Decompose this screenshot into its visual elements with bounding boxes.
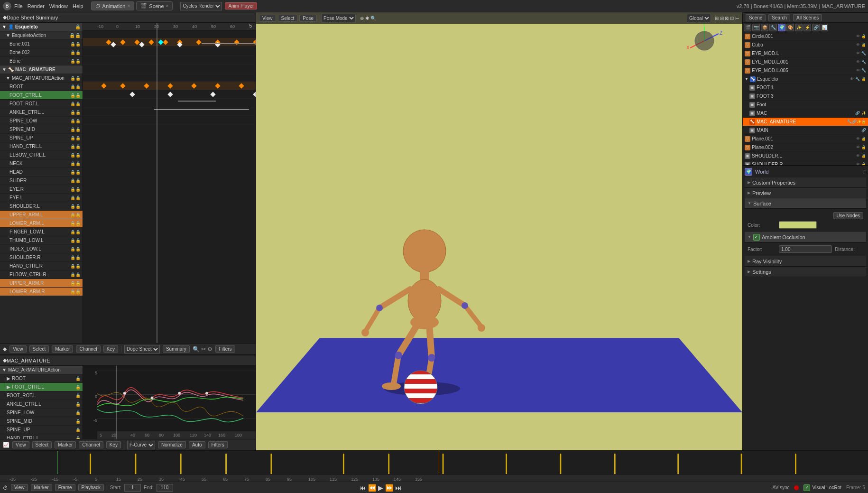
list-item[interactable]: ▼ 👤 Esqueleto 🔒 xyxy=(0,23,83,31)
list-item[interactable]: Bone 🔒🔒 xyxy=(0,57,83,65)
list-item[interactable]: LOWER_ARM.L 🔒🔒 xyxy=(0,219,83,228)
list-item[interactable]: ▼ MAC_ARMATUREAction xyxy=(0,366,83,374)
constraint-icon-btn[interactable]: 🔗 xyxy=(812,24,820,31)
material-icon-btn[interactable]: 🎨 xyxy=(786,24,794,31)
list-item[interactable]: ▶ ROOT 🔒 xyxy=(0,374,83,383)
vp-pose-btn[interactable]: Pose xyxy=(299,15,317,22)
list-item[interactable]: SPINE_UP 🔒 xyxy=(0,426,83,434)
vp-view-btn[interactable]: View xyxy=(259,15,276,22)
ds-summary-btn[interactable]: Summary xyxy=(163,345,190,353)
preview-header[interactable]: ▶ Preview xyxy=(745,188,866,198)
all-scenes-tab-btn[interactable]: All Scenes xyxy=(793,14,822,21)
start-frame-input[interactable] xyxy=(124,484,141,492)
eye-icon[interactable]: 👁 xyxy=(856,137,860,141)
render-icon-btn[interactable]: 📷 xyxy=(752,24,760,31)
menu-render[interactable]: Render xyxy=(28,3,45,9)
list-item[interactable]: Bone.002 🔒🔒 xyxy=(0,48,83,57)
list-item[interactable]: ▼ MAC_ARMATUREAction 🔒🔒 xyxy=(0,74,83,83)
list-item[interactable]: ▣ SHOULDER.R 👁 🔒 xyxy=(743,160,868,165)
list-item[interactable]: ▽ EYE_MOD.L 👁 🔧 xyxy=(743,49,868,58)
lock-icon[interactable]: 🔒 xyxy=(861,34,866,38)
list-item[interactable]: SPINE_MID 🔒🔒 xyxy=(0,125,83,134)
list-item[interactable]: LOWER_ARM.R 🔒🔒 xyxy=(0,288,83,296)
tl-marker-btn[interactable]: Marker xyxy=(31,484,52,491)
list-item[interactable]: SHOULDER.R 🔒🔒 xyxy=(0,253,83,262)
fc-normalize-btn[interactable]: Normalize xyxy=(158,441,186,448)
ds-key-btn[interactable]: Key xyxy=(103,345,118,353)
fc-channel-btn[interactable]: Channel xyxy=(79,441,103,448)
jump-back-icon[interactable]: ⏪ xyxy=(368,484,376,492)
visual-locrot-checkbox[interactable]: ✓ xyxy=(803,484,810,491)
world-icon-btn[interactable]: 🌍 xyxy=(778,24,785,31)
list-item[interactable]: SPINE_UP 🔒🔒 xyxy=(0,134,83,142)
list-item[interactable]: ANKLE_CTRL.L 🔒 xyxy=(0,400,83,409)
list-item[interactable]: ▽ Circle.001 👁 🔒 xyxy=(743,32,868,41)
tl-view-btn[interactable]: View xyxy=(11,484,28,491)
list-item[interactable]: THUMB_LOW.L 🔒🔒 xyxy=(0,236,83,245)
scene-icon-btn[interactable]: 🎬 xyxy=(744,24,751,31)
list-item[interactable]: HAND_CTRL.R 🔒🔒 xyxy=(0,262,83,270)
ambient-occlusion-header[interactable]: ▼ ✓ Ambient Occlusion xyxy=(745,232,866,242)
list-item[interactable]: ▶ FOOT_CTRL.L 🔒 xyxy=(0,383,83,391)
ds-view-btn[interactable]: View xyxy=(9,345,27,353)
icons-row[interactable]: 🔧🔗✨🔒 xyxy=(847,120,866,124)
modifier-icon-btn[interactable]: 🔧 xyxy=(769,24,777,31)
modifiers-icon[interactable]: 🔧 xyxy=(855,77,860,81)
vp-global-select[interactable]: Global xyxy=(687,14,711,22)
keyframe-area[interactable]: -10 0 10 20 30 40 50 60 70 80 90 xyxy=(83,23,256,343)
lock-icon[interactable]: 🔒 xyxy=(861,137,866,141)
list-item[interactable]: ELBOW_CTRL.R 🔒🔒 xyxy=(0,270,83,279)
ao-checkbox[interactable]: ✓ xyxy=(753,234,760,241)
list-item[interactable]: Bone.001 🔒🔒 xyxy=(0,40,83,48)
tl-playback-btn[interactable]: Playback xyxy=(78,484,104,491)
list-item[interactable]: ▣ MAC 🔗 ✨ xyxy=(743,109,868,118)
play-icon[interactable]: ▶ xyxy=(378,484,383,492)
list-item[interactable]: EYE.L 🔒🔒 xyxy=(0,194,83,202)
tl-frame-btn[interactable]: Frame xyxy=(55,484,75,491)
list-item[interactable]: ▣ FOOT 1 xyxy=(743,84,868,92)
viewport-3d[interactable]: fps: 24 Z Y X xyxy=(256,12,742,450)
fc-view-btn[interactable]: View xyxy=(12,441,29,448)
jump-start-icon[interactable]: ⏮ xyxy=(360,484,366,492)
close-animation-icon[interactable]: × xyxy=(127,3,130,9)
list-item[interactable]: ▣ MAIN 🔗 xyxy=(743,126,868,135)
fc-filters-btn[interactable]: Filters xyxy=(208,441,228,448)
world-props-icon[interactable]: 🌍 xyxy=(745,168,752,176)
eye-icon[interactable]: 👁 xyxy=(850,77,854,81)
use-nodes-btn[interactable]: Use Nodes xyxy=(833,212,863,219)
list-item[interactable]: SPINE_MID 🔒 xyxy=(0,417,83,426)
ray-visibility-header[interactable]: ▶ Ray Visibility xyxy=(745,256,866,267)
list-item[interactable]: FINGER_LOW.L 🔒🔒 xyxy=(0,228,83,236)
fc-select-btn[interactable]: Select xyxy=(32,441,52,448)
eye-icon[interactable]: 👁 xyxy=(856,145,860,149)
list-item[interactable]: SPINE_LOW 🔒 xyxy=(0,409,83,417)
list-item[interactable]: ▣ SHOULDER.L 👁 🔒 xyxy=(743,152,868,160)
scene-tab-btn[interactable]: Scene xyxy=(746,14,766,21)
tab-animation[interactable]: ⏱ Animation × xyxy=(91,1,135,10)
fc-key-btn[interactable]: Key xyxy=(106,441,121,448)
fc-marker-btn[interactable]: Marker xyxy=(55,441,76,448)
modifiers-icon[interactable]: 🔧 xyxy=(861,68,866,73)
list-item[interactable]: ▣ FOOT 3 xyxy=(743,92,868,101)
search-tab-btn[interactable]: Search xyxy=(768,14,790,21)
physics-icon-btn[interactable]: ⚡ xyxy=(803,24,811,31)
fc-auto-btn[interactable]: Auto xyxy=(189,441,205,448)
custom-properties-header[interactable]: ▶ Custom Properties xyxy=(745,177,866,188)
list-item[interactable]: UPPER_ARM.R 🔒🔒 xyxy=(0,279,83,288)
menu-window[interactable]: Window xyxy=(49,3,68,9)
particle-icon[interactable]: ✨ xyxy=(861,111,866,115)
jump-end-icon[interactable]: ⏭ xyxy=(395,484,402,492)
vp-pose-mode-select[interactable]: Pose Mode xyxy=(321,14,356,22)
list-item[interactable]: 🦴 MAC_ARMATURE 🔧🔗✨🔒 xyxy=(743,118,868,126)
list-item[interactable]: ▽ Plane.002 👁 🔒 xyxy=(743,143,868,152)
ds-channel-btn[interactable]: Channel xyxy=(76,345,100,353)
color-swatch[interactable] xyxy=(779,221,817,229)
list-item[interactable]: ▽ EYE_MOD.L.005 👁 🔧 xyxy=(743,66,868,75)
eye-icon[interactable]: 👁 xyxy=(856,68,860,73)
list-item[interactable]: ▽ Plane.001 👁 🔒 xyxy=(743,135,868,143)
vp-select-btn[interactable]: Select xyxy=(278,15,298,22)
list-item[interactable]: ▼ 🦴 Esqueleto 👁 🔧 🔒 xyxy=(743,75,868,84)
menu-help[interactable]: Help xyxy=(73,3,83,9)
lock-icon[interactable]: 🔒 xyxy=(861,154,866,158)
list-item[interactable]: HAND_CTRL.L 🔒🔒 xyxy=(0,142,83,151)
